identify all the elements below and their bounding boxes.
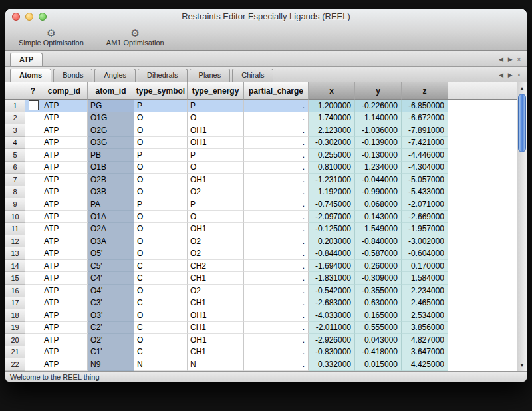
title-bar[interactable]: Restraints Editor Especially Ligands (RE… xyxy=(5,9,527,24)
cell-type-energy[interactable]: CH2 xyxy=(188,260,244,273)
cell-z[interactable]: -7.421000 xyxy=(402,137,448,150)
cell-comp-id[interactable]: ATP xyxy=(41,272,88,285)
cell-x[interactable]: 1.192000 xyxy=(309,186,355,199)
cell-atom-id[interactable]: C1' xyxy=(88,346,134,359)
cell-y[interactable]: 0.068000 xyxy=(355,198,402,211)
cell-y[interactable]: -0.309000 xyxy=(355,272,402,285)
cell-z[interactable]: -2.071000 xyxy=(402,198,448,211)
cell-type-energy[interactable]: N xyxy=(188,358,244,371)
cell-comp-id[interactable]: ATP xyxy=(41,186,88,199)
cell-partial-charge[interactable]: . xyxy=(244,272,309,285)
cell-x[interactable]: 0.332000 xyxy=(309,358,355,371)
cell-atom-id[interactable]: O2G xyxy=(88,124,134,137)
vertical-scrollbar[interactable]: ▲ ▼ xyxy=(517,82,527,371)
cell-atom-id[interactable]: O1G xyxy=(88,112,134,125)
cell-x[interactable]: 0.810000 xyxy=(309,162,355,174)
cell-atom-id[interactable]: O3G xyxy=(88,137,134,150)
row-number[interactable]: 18 xyxy=(5,309,25,322)
column-header-check[interactable]: ? xyxy=(25,82,41,100)
cell-type-symbol[interactable]: P xyxy=(134,100,188,112)
cell-type-energy[interactable]: O2 xyxy=(188,235,244,248)
cell-partial-charge[interactable]: . xyxy=(244,358,309,371)
cell-check[interactable] xyxy=(25,235,41,248)
cell-y[interactable]: 0.630000 xyxy=(355,297,402,310)
tab-close-icon[interactable]: × xyxy=(517,56,521,63)
cell-y[interactable]: -0.130000 xyxy=(355,149,402,162)
cell-check[interactable] xyxy=(25,272,41,285)
cell-type-symbol[interactable]: O xyxy=(134,124,188,137)
cell-type-symbol[interactable]: O xyxy=(134,174,188,186)
cell-x[interactable]: -0.125000 xyxy=(309,223,355,235)
doc-tab-atp[interactable]: ATP xyxy=(10,53,43,66)
row-number[interactable]: 8 xyxy=(5,186,25,199)
cell-partial-charge[interactable]: . xyxy=(244,124,309,137)
cell-check[interactable] xyxy=(25,346,41,359)
cell-y[interactable]: 1.549000 xyxy=(355,223,402,235)
cell-comp-id[interactable]: ATP xyxy=(41,124,88,137)
checkbox-editor[interactable] xyxy=(29,100,39,110)
cell-atom-id[interactable]: C5' xyxy=(88,260,134,273)
cell-check[interactable] xyxy=(25,247,41,260)
cell-atom-id[interactable]: O1B xyxy=(88,162,134,174)
cell-type-energy[interactable]: CH1 xyxy=(188,272,244,285)
cell-partial-charge[interactable]: . xyxy=(244,211,309,223)
cell-partial-charge[interactable]: . xyxy=(244,247,309,260)
cell-x[interactable]: -2.097000 xyxy=(309,211,355,223)
cell-comp-id[interactable]: ATP xyxy=(41,223,88,235)
cell-atom-id[interactable]: C3' xyxy=(88,297,134,310)
cell-check[interactable] xyxy=(25,223,41,235)
cell-check[interactable] xyxy=(25,334,41,346)
row-number[interactable]: 1 xyxy=(5,100,25,112)
cell-check[interactable] xyxy=(25,198,41,211)
cell-atom-id[interactable]: N9 xyxy=(88,358,134,371)
cell-partial-charge[interactable]: . xyxy=(244,322,309,335)
row-number[interactable]: 11 xyxy=(5,223,25,235)
cell-type-energy[interactable]: OH1 xyxy=(188,174,244,186)
cell-x[interactable]: 2.123000 xyxy=(309,124,355,137)
cell-check[interactable] xyxy=(25,112,41,125)
cell-partial-charge[interactable]: . xyxy=(244,346,309,359)
cell-type-symbol[interactable]: O xyxy=(134,223,188,235)
row-number[interactable]: 9 xyxy=(5,198,25,211)
cell-x[interactable]: -0.542000 xyxy=(309,285,355,297)
cell-partial-charge[interactable]: . xyxy=(244,235,309,248)
cell-type-energy[interactable]: CH1 xyxy=(188,297,244,310)
cell-type-symbol[interactable]: C xyxy=(134,272,188,285)
cell-y[interactable]: 0.043000 xyxy=(355,334,402,346)
cell-atom-id[interactable]: O1A xyxy=(88,211,134,223)
tab-dihedrals[interactable]: Dihedrals xyxy=(138,68,187,82)
cell-type-symbol[interactable]: O xyxy=(134,235,188,248)
cell-x[interactable]: -2.683000 xyxy=(309,297,355,310)
cell-z[interactable]: 0.170000 xyxy=(402,260,448,273)
cell-x[interactable]: -2.926000 xyxy=(309,334,355,346)
column-header-partial_charge[interactable]: partial_charge xyxy=(244,82,309,100)
cell-comp-id[interactable]: ATP xyxy=(41,162,88,174)
cell-x[interactable]: -1.231000 xyxy=(309,174,355,186)
cell-atom-id[interactable]: O3B xyxy=(88,186,134,199)
am1-optimisation-button[interactable]: ⚙ AM1 Optimisation xyxy=(102,27,168,47)
tab-close-icon[interactable]: × xyxy=(517,72,521,78)
cell-check[interactable] xyxy=(25,174,41,186)
simple-optimisation-button[interactable]: ⚙ Simple Optimisation xyxy=(15,27,88,47)
tab-scroll-right-icon[interactable]: ▶ xyxy=(508,72,513,78)
cell-comp-id[interactable]: ATP xyxy=(41,112,88,125)
row-number[interactable]: 12 xyxy=(5,235,25,248)
tab-bonds[interactable]: Bonds xyxy=(53,68,92,82)
cell-atom-id[interactable]: O3' xyxy=(88,309,134,322)
cell-check[interactable] xyxy=(25,285,41,297)
tab-chirals[interactable]: Chirals xyxy=(232,68,273,82)
cell-check[interactable] xyxy=(25,260,41,273)
cell-type-energy[interactable]: OH1 xyxy=(188,309,244,322)
cell-type-energy[interactable]: O xyxy=(188,162,244,174)
cell-atom-id[interactable]: O5' xyxy=(88,247,134,260)
cell-atom-id[interactable]: PA xyxy=(88,198,134,211)
cell-z[interactable]: -4.304000 xyxy=(402,162,448,174)
cell-y[interactable]: 1.234000 xyxy=(355,162,402,174)
cell-z[interactable]: -0.604000 xyxy=(402,247,448,260)
cell-y[interactable]: 0.260000 xyxy=(355,260,402,273)
cell-partial-charge[interactable]: . xyxy=(244,112,309,125)
cell-z[interactable]: 4.827000 xyxy=(402,334,448,346)
cell-partial-charge[interactable]: . xyxy=(244,186,309,199)
cell-check[interactable] xyxy=(25,297,41,310)
cell-comp-id[interactable]: ATP xyxy=(41,174,88,186)
